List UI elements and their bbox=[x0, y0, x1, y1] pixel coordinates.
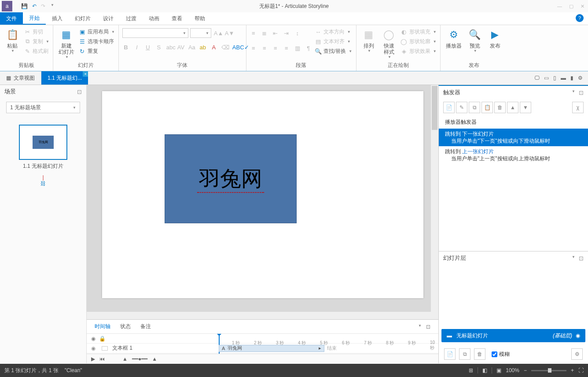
eye-header-icon[interactable]: ◉ bbox=[91, 336, 96, 342]
tab-story-view[interactable]: ▦文章视图 bbox=[0, 71, 41, 85]
eye-icon[interactable]: ◉ bbox=[91, 345, 97, 351]
phone-port-icon[interactable]: ▮ bbox=[570, 75, 573, 81]
bullets-icon[interactable]: ≡ bbox=[250, 30, 257, 37]
indent-right-icon[interactable]: ⇥ bbox=[283, 30, 290, 37]
copy-button[interactable]: ⧉复制▼ bbox=[24, 37, 49, 46]
new-trigger-button[interactable]: 📄 bbox=[443, 102, 455, 113]
move-down-button[interactable]: ▼ bbox=[520, 102, 531, 113]
grid-icon[interactable]: ⊞ bbox=[469, 367, 473, 373]
slider-knob[interactable] bbox=[548, 368, 551, 373]
strike-button[interactable]: abc bbox=[166, 44, 173, 51]
panel-menu-icon[interactable]: ▼ bbox=[418, 324, 422, 330]
zoom-slider[interactable]: ━━●━━ bbox=[132, 356, 147, 362]
rewind-icon[interactable]: ⏮ bbox=[99, 356, 105, 362]
quickstyle-button[interactable]: ◯快速 样式▼ bbox=[380, 27, 398, 62]
underline-button[interactable]: U bbox=[144, 44, 151, 51]
undo-icon[interactable]: ↶ bbox=[32, 3, 37, 9]
maximize-icon[interactable]: ▢ bbox=[569, 4, 573, 9]
close-tab-icon[interactable]: × bbox=[83, 71, 88, 77]
shape-rectangle[interactable]: 羽兔网 bbox=[165, 134, 297, 223]
caps-button[interactable]: Aa bbox=[188, 44, 195, 51]
save-icon[interactable]: 💾 bbox=[21, 3, 28, 9]
find-replace-button[interactable]: 🔍查找/替换▼ bbox=[315, 46, 352, 56]
lock-header-icon[interactable]: 🔒 bbox=[99, 336, 106, 342]
zoom-level[interactable]: 100% bbox=[506, 367, 519, 373]
numbering-icon[interactable]: ≣ bbox=[261, 30, 268, 37]
scene-selector[interactable]: 1 无标题场景▼ bbox=[6, 102, 80, 113]
grow-font-icon[interactable]: A▲ bbox=[214, 30, 221, 37]
panel-menu-icon[interactable]: ▼ bbox=[572, 89, 575, 96]
spacing-button[interactable]: AV bbox=[177, 44, 184, 51]
fit-window-icon[interactable]: ⛶ bbox=[578, 367, 584, 373]
timeline-bar[interactable]: A羽兔网▸ bbox=[219, 345, 324, 352]
lock-icon[interactable] bbox=[102, 346, 108, 351]
tab-states[interactable]: 状态 bbox=[120, 323, 131, 330]
desktop-view-icon[interactable]: 🖵 bbox=[534, 75, 540, 81]
tablet-land-icon[interactable]: ▭ bbox=[544, 75, 549, 81]
align-justify-icon[interactable]: ≡ bbox=[283, 45, 290, 52]
tablet-port-icon[interactable]: ▯ bbox=[553, 75, 556, 81]
cut-button[interactable]: ✂剪切 bbox=[24, 27, 49, 37]
blur-input[interactable] bbox=[492, 351, 497, 357]
undock-icon[interactable]: ⊡ bbox=[77, 89, 82, 95]
help-icon[interactable]: ? bbox=[576, 14, 584, 22]
player-button[interactable]: ⚙播放器 bbox=[444, 27, 463, 62]
undock-icon[interactable]: ⊡ bbox=[579, 89, 584, 96]
format-painter-button[interactable]: ✎格式刷 bbox=[24, 46, 49, 56]
copy-trigger-button[interactable]: ⧉ bbox=[469, 102, 480, 113]
italic-button[interactable]: I bbox=[133, 44, 140, 51]
font-family-combo[interactable]: ▼ bbox=[122, 28, 188, 38]
layout-button[interactable]: ▣应用布局▼ bbox=[79, 27, 115, 37]
clear-format-button[interactable]: ⌫ bbox=[221, 44, 228, 51]
dup-layer-button[interactable]: ⧉ bbox=[459, 348, 470, 360]
font-color-button[interactable]: A bbox=[210, 44, 217, 51]
undock-icon[interactable]: ⊡ bbox=[579, 255, 584, 262]
new-layer-button[interactable]: 📄 bbox=[444, 348, 456, 360]
phone-land-icon[interactable]: ▬ bbox=[561, 75, 566, 81]
blur-checkbox[interactable]: 模糊 bbox=[492, 351, 510, 358]
shrink-font-icon[interactable]: A▼ bbox=[225, 30, 232, 37]
taborder-button[interactable]: ☰选项卡顺序 bbox=[79, 37, 115, 46]
shadow-button[interactable]: S bbox=[155, 44, 162, 51]
slide-canvas[interactable]: 羽兔网 bbox=[102, 91, 423, 298]
panel-menu-icon[interactable]: ▼ bbox=[572, 255, 575, 262]
spellcheck-button[interactable]: ABC✓ bbox=[232, 44, 239, 51]
zoom-in-icon[interactable]: ▲ bbox=[152, 356, 157, 362]
align-left-icon[interactable]: ≡ bbox=[250, 45, 257, 52]
zoom-out-icon[interactable]: ▲ bbox=[122, 356, 128, 362]
horizontal-scrollbar[interactable] bbox=[87, 312, 438, 319]
trigger-item[interactable]: 跳转到 上一张幻灯片 当用户单击"上一页"按钮或向上滑动鼠标时 bbox=[439, 146, 588, 164]
settings-icon[interactable]: ⚙ bbox=[578, 75, 583, 81]
accessibility-icon[interactable]: ◧ bbox=[482, 367, 487, 373]
canvas-viewport[interactable]: 羽兔网 bbox=[87, 85, 438, 312]
tab-slide-view[interactable]: 1.1 无标题幻...× bbox=[41, 71, 88, 85]
paste-button[interactable]: 📋 粘贴 ▼ bbox=[4, 27, 21, 62]
zoom-out-button[interactable]: − bbox=[524, 367, 527, 373]
tab-timeline[interactable]: 时间轴 bbox=[95, 323, 110, 330]
reset-button[interactable]: ↻重复 bbox=[79, 46, 115, 56]
layer-settings-button[interactable]: ⚙ bbox=[571, 348, 583, 360]
tab-view[interactable]: 查看 bbox=[165, 12, 188, 25]
font-size-combo[interactable]: ▼ bbox=[190, 28, 211, 38]
highlight-button[interactable]: ab bbox=[199, 44, 206, 51]
variables-button[interactable]: χ bbox=[572, 102, 584, 113]
vertical-scrollbar[interactable] bbox=[431, 85, 438, 312]
scrollbar-thumb[interactable] bbox=[432, 86, 437, 130]
tab-help[interactable]: 帮助 bbox=[188, 12, 211, 25]
columns-icon[interactable]: ▥ bbox=[294, 45, 301, 52]
align-right-icon[interactable]: ≡ bbox=[272, 45, 279, 52]
play-icon[interactable]: ▶ bbox=[91, 356, 95, 362]
move-up-button[interactable]: ▲ bbox=[507, 102, 518, 113]
zoom-slider[interactable] bbox=[531, 370, 566, 371]
shape-outline-button[interactable]: ◯形状轮廓▼ bbox=[401, 37, 437, 46]
paste-trigger-button[interactable]: 📋 bbox=[481, 102, 493, 113]
tab-notes[interactable]: 备注 bbox=[140, 323, 151, 330]
fit-icon[interactable]: ▣ bbox=[496, 367, 501, 373]
eye-icon[interactable]: ◉ bbox=[576, 333, 580, 339]
tab-slides[interactable]: 幻灯片 bbox=[69, 12, 97, 25]
indent-left-icon[interactable]: ⇤ bbox=[272, 30, 279, 37]
tab-insert[interactable]: 插入 bbox=[46, 12, 69, 25]
qat-dropdown-icon[interactable]: ▼ bbox=[51, 3, 54, 9]
linespace-icon[interactable]: ↕ bbox=[294, 30, 301, 37]
tab-file[interactable]: 文件 bbox=[0, 12, 23, 25]
